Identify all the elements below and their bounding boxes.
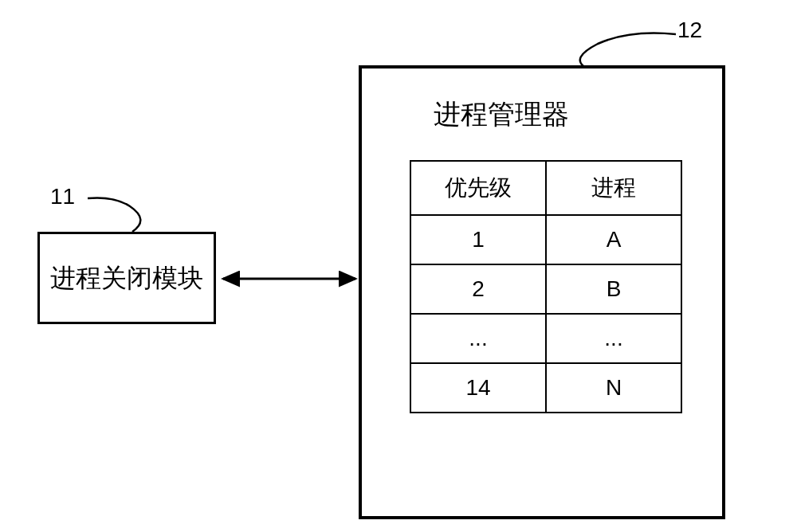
header-priority: 优先级	[410, 161, 546, 215]
table-row: ... ...	[410, 314, 681, 363]
cell-process: N	[546, 363, 681, 413]
table-row: 14 N	[410, 363, 681, 413]
process-table: 优先级 进程 1 A 2 B ... ... 14	[410, 160, 682, 413]
process-manager-title: 进程管理器	[434, 96, 569, 133]
cell-process: A	[546, 215, 681, 264]
cell-priority: 2	[410, 264, 546, 314]
cell-priority: 14	[410, 363, 546, 413]
cell-priority: 1	[410, 215, 546, 264]
process-close-module-box: 进程关闭模块	[37, 232, 216, 324]
cell-priority: ...	[410, 314, 546, 363]
table-row: 2 B	[410, 264, 681, 314]
label-11: 11	[50, 184, 75, 209]
process-manager-box: 进程管理器 优先级 进程 1 A 2 B ... ...	[359, 65, 725, 519]
cell-process: ...	[546, 314, 681, 363]
cell-process: B	[546, 264, 681, 314]
header-process: 进程	[546, 161, 681, 215]
double-arrow-icon	[214, 263, 365, 295]
diagram-container: 11 进程关闭模块 12 进程管理器 优先级 进程 1 A 2	[0, 0, 797, 532]
process-close-module-label: 进程关闭模块	[50, 260, 203, 296]
table-row: 1 A	[410, 215, 681, 264]
table-header-row: 优先级 进程	[410, 161, 681, 215]
